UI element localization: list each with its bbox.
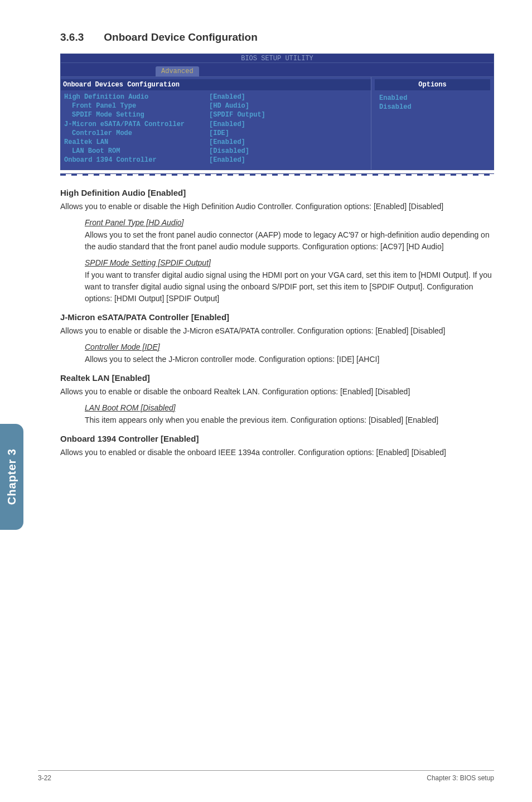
bios-row-1394[interactable]: Onboard 1394 Controller[Enabled] — [64, 156, 367, 165]
para-realtek: Allows you to enable or disable the onbo… — [60, 386, 494, 398]
sub-hd-audio: High Definition Audio [Enabled] — [60, 188, 494, 197]
bios-tab-row: Advanced — [61, 63, 494, 77]
subsub-lan-boot-rom: LAN Boot ROM [Disabled] — [85, 403, 494, 412]
footer-page-number: 3-22 — [38, 774, 51, 782]
bios-row-jmicron[interactable]: J-Micron eSATA/PATA Controller[Enabled] — [64, 120, 367, 129]
bios-config-header: Onboard Devices Configuration — [61, 79, 371, 90]
bios-left-pane: Onboard Devices Configuration High Defin… — [61, 77, 371, 170]
bios-row-lan-boot-rom[interactable]: LAN Boot ROM[Disabled] — [64, 147, 367, 156]
bios-option-enabled[interactable]: Enabled — [371, 94, 494, 103]
subsub-spdif: SPDIF Mode Setting [SPDIF Output] — [85, 258, 494, 267]
para-hd-audio: Allows you to enable or disable the High… — [60, 201, 494, 212]
bios-option-disabled[interactable]: Disabled — [371, 103, 494, 112]
para-controller-mode: Allows you to select the J-Micron contro… — [85, 354, 494, 365]
section-heading: 3.6.3Onboard Device Configuration — [60, 31, 494, 44]
sub-jmicron: J-Micron eSATA/PATA Controller [Enabled] — [60, 312, 494, 322]
subsub-controller-mode: Controller Mode [IDE] — [85, 342, 494, 351]
chapter-side-tab: Chapter 3 — [0, 424, 23, 530]
bios-row-realtek-lan[interactable]: Realtek LAN[Enabled] — [64, 138, 367, 147]
bios-row-front-panel[interactable]: Front Panel Type[HD Audio] — [64, 102, 367, 110]
para-1394: Allows you to enabled or disable the onb… — [60, 447, 494, 458]
section-title: Onboard Device Configuration — [104, 31, 258, 43]
bios-row-controller-mode[interactable]: Controller Mode[IDE] — [64, 129, 367, 138]
para-spdif: If you want to transfer digital audio si… — [85, 269, 494, 305]
para-front-panel: Allows you to set the front panel audio … — [85, 229, 494, 253]
para-lan-boot-rom: This item appears only when you enable t… — [85, 414, 494, 426]
subsub-front-panel: Front Panel Type [HD Audio] — [85, 218, 494, 227]
sub-1394: Onboard 1394 Controller [Enabled] — [60, 434, 494, 443]
sub-realtek: Realtek LAN [Enabled] — [60, 373, 494, 383]
bios-tab-advanced[interactable]: Advanced — [156, 66, 199, 76]
bios-title: BIOS SETUP UTILITY — [61, 54, 494, 63]
bios-divider — [60, 173, 494, 176]
page-footer: 3-22 Chapter 3: BIOS setup — [38, 770, 494, 782]
bios-row-hd-audio[interactable]: High Definition Audio[Enabled] — [64, 93, 367, 102]
para-jmicron: Allows you to enable or disable the J-Mi… — [60, 325, 494, 337]
chapter-side-tab-label: Chapter 3 — [6, 448, 18, 505]
bios-options-header: Options — [375, 79, 490, 90]
bios-row-spdif[interactable]: SPDIF Mode Setting[SPDIF Output] — [64, 110, 367, 119]
footer-chapter: Chapter 3: BIOS setup — [427, 774, 494, 782]
bios-panel: BIOS SETUP UTILITY Advanced Onboard Devi… — [60, 54, 494, 170]
section-number: 3.6.3 — [60, 31, 84, 44]
bios-right-pane: Options Enabled Disabled — [371, 77, 494, 170]
